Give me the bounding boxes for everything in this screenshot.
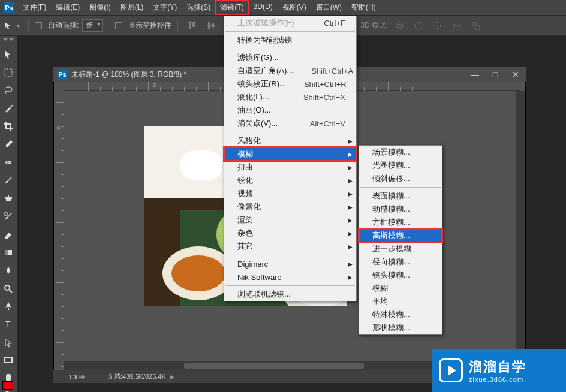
auto-select-dropdown[interactable]: 组: [82, 19, 103, 32]
menu-item[interactable]: 像素化▶: [224, 200, 356, 213]
maximize-button[interactable]: □: [485, 67, 505, 82]
menu-文件[interactable]: 文件(F): [18, 0, 51, 15]
menu-item[interactable]: 镜头校正(R)...Shift+Ctrl+R: [224, 77, 356, 91]
menu-item[interactable]: Digimarc▶: [224, 257, 356, 270]
menu-item[interactable]: 液化(L)...Shift+Ctrl+X: [224, 91, 356, 104]
marquee-tool[interactable]: [2, 66, 15, 79]
show-transform-checkbox[interactable]: [115, 22, 122, 29]
watermark: 溜溜自学 zixue.3d66.com: [432, 349, 566, 392]
align-top-icon[interactable]: [184, 18, 200, 34]
rectangle-tool[interactable]: [2, 354, 15, 367]
tool-preset-chevron-icon[interactable]: ▾: [17, 22, 22, 29]
vertical-scrollbar[interactable]: [516, 91, 525, 361]
chevron-right-icon[interactable]: ▶: [170, 374, 174, 380]
mode-3d-label: 3D 模式:: [360, 20, 388, 31]
auto-select-checkbox[interactable]: [35, 22, 42, 29]
menu-item[interactable]: 锐化▶: [224, 174, 356, 187]
filter-menu: 上次滤镜操作(F)Ctrl+F转换为智能滤镜滤镜库(G)...自适应广角(A).…: [224, 16, 357, 301]
svg-rect-2: [192, 23, 195, 27]
menu-item[interactable]: 视频▶: [224, 187, 356, 200]
menu-视图[interactable]: 视图(V): [278, 0, 311, 15]
menu-item[interactable]: 特殊模糊...: [359, 308, 442, 321]
menu-item[interactable]: 杂色▶: [224, 227, 356, 240]
menu-帮助[interactable]: 帮助(H): [347, 0, 381, 15]
crop-tool[interactable]: [2, 120, 15, 133]
menu-item[interactable]: 消失点(V)...Alt+Ctrl+V: [224, 117, 356, 130]
menu-item[interactable]: 风格化▶: [224, 134, 356, 147]
menu-图像[interactable]: 图像(I): [85, 0, 115, 15]
healing-brush-tool[interactable]: [2, 156, 15, 169]
menu-item[interactable]: 镜头模糊...: [359, 269, 442, 282]
menu-item[interactable]: 模糊: [359, 282, 442, 295]
menu-item[interactable]: 动感模糊...: [359, 203, 442, 216]
eraser-tool[interactable]: [2, 228, 15, 241]
chevron-right-icon: ▶: [348, 261, 353, 267]
menu-item[interactable]: 进一步模糊: [359, 242, 442, 255]
menu-编辑[interactable]: 编辑(E): [51, 0, 85, 15]
orbit-3d-icon[interactable]: [392, 18, 407, 34]
menu-item[interactable]: 径向模糊...: [359, 255, 442, 269]
menu-item[interactable]: 光圈模糊...: [359, 159, 442, 172]
scale-3d-icon[interactable]: [468, 18, 484, 34]
status-label: 文档:: [107, 373, 122, 380]
menu-滤镜[interactable]: 滤镜(T): [215, 0, 248, 15]
minimize-button[interactable]: —: [465, 67, 485, 82]
menu-item[interactable]: Nik Software▶: [224, 270, 356, 284]
menu-item[interactable]: 表面模糊...: [359, 189, 442, 203]
history-brush-tool[interactable]: [2, 210, 15, 223]
menu-图层[interactable]: 图层(L): [116, 0, 149, 15]
menu-item[interactable]: 其它▶: [224, 240, 356, 253]
menu-item[interactable]: 浏览联机滤镜...: [224, 288, 356, 301]
menu-item[interactable]: 高斯模糊...: [359, 229, 442, 242]
menu-选择[interactable]: 选择(S): [182, 0, 215, 15]
menu-文字[interactable]: 文字(Y): [148, 0, 182, 15]
divider: [109, 19, 109, 32]
dodge-tool[interactable]: [2, 282, 15, 295]
close-button[interactable]: ✕: [505, 67, 526, 82]
menu-窗口[interactable]: 窗口(W): [311, 0, 347, 15]
pen-tool[interactable]: [2, 300, 15, 313]
path-select-tool[interactable]: [2, 336, 15, 349]
roll-3d-icon[interactable]: [411, 18, 426, 34]
zoom-level[interactable]: 100%: [53, 373, 101, 381]
chevron-right-icon: ▶: [348, 191, 353, 197]
align-vcenter-icon[interactable]: [203, 18, 219, 34]
gradient-tool[interactable]: [2, 246, 15, 259]
menu-item[interactable]: 倾斜偏移...: [359, 172, 442, 185]
blur-tool[interactable]: [2, 264, 15, 277]
menu-item[interactable]: 滤镜库(G)...: [224, 51, 356, 64]
svg-point-24: [396, 22, 403, 29]
menu-item[interactable]: 方框模糊...: [359, 216, 442, 229]
menu-3d[interactable]: 3D(D): [249, 0, 278, 15]
zoom-tool[interactable]: [2, 390, 15, 392]
panel-grip-icon[interactable]: [3, 38, 14, 43]
menu-item[interactable]: 扭曲▶: [224, 161, 356, 174]
menu-item[interactable]: 转换为智能滤镜: [224, 34, 356, 47]
scrollbar-thumb[interactable]: [184, 363, 364, 369]
lasso-tool[interactable]: [2, 84, 15, 97]
slide-3d-icon[interactable]: [449, 18, 465, 34]
separator: [225, 132, 355, 132]
menu-item[interactable]: 模糊▶: [224, 147, 356, 161]
pan-3d-icon[interactable]: [430, 18, 445, 34]
menu-item[interactable]: 上次滤镜操作(F)Ctrl+F: [224, 16, 356, 29]
menu-item[interactable]: 油画(O)...: [224, 104, 356, 117]
foreground-color-swatch[interactable]: [2, 381, 13, 390]
status-value: 439.5K/825.4K: [122, 373, 166, 380]
menu-item[interactable]: 平均: [359, 295, 442, 308]
move-tool[interactable]: [2, 48, 15, 61]
menu-item[interactable]: 渲染▶: [224, 213, 356, 227]
status-info[interactable]: 文档:439.5K/825.4K ▶: [101, 372, 174, 381]
type-tool[interactable]: T: [2, 318, 15, 331]
menu-item[interactable]: 自适应广角(A)...Shift+Ctrl+A: [224, 64, 356, 77]
canvas-content: [180, 150, 222, 180]
clone-stamp-tool[interactable]: [2, 192, 15, 205]
menu-item[interactable]: 场景模糊...: [359, 146, 442, 159]
eyedropper-tool[interactable]: [2, 138, 15, 151]
ruler-vertical[interactable]: 0: [56, 91, 64, 359]
menu-item[interactable]: 形状模糊...: [359, 321, 442, 334]
magic-wand-tool[interactable]: [2, 102, 15, 115]
svg-point-32: [4, 212, 8, 216]
auto-select-label: 自动选择:: [48, 20, 79, 31]
brush-tool[interactable]: [2, 174, 15, 187]
